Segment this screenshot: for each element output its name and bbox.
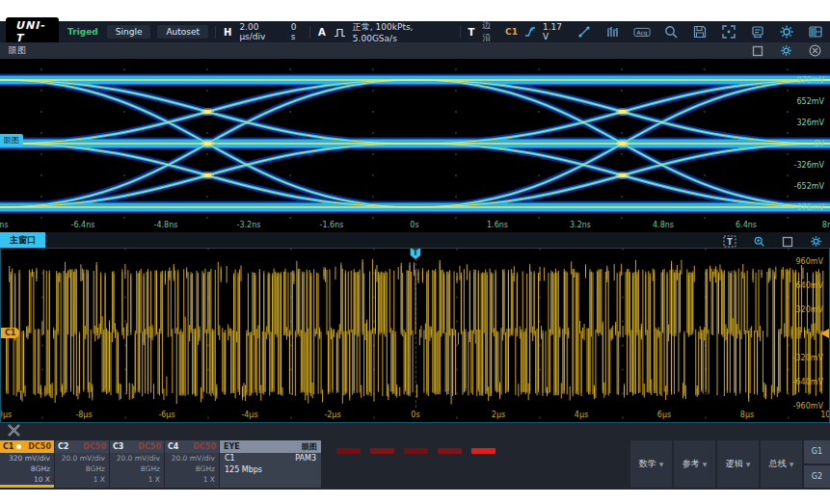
trigger-level-marker[interactable] <box>820 329 829 338</box>
channel-scale: 20.0 mV/div <box>110 453 164 464</box>
horizontal-position[interactable]: 0 s <box>291 22 303 41</box>
histogram-icon[interactable] <box>604 23 622 40</box>
activity-indicator-dash <box>404 448 428 454</box>
channel-on-dot <box>16 444 21 449</box>
channel-card-c2[interactable]: C2DC50 20.0 mV/div 8GHz 1 X <box>55 440 109 488</box>
y-axis-tick-label: 326mV <box>796 119 824 127</box>
channel-coupling: DC50 <box>28 442 51 451</box>
channel-card-c4[interactable]: C4DC50 20.0 mV/div 8GHz 1 X <box>165 440 219 488</box>
timebase-value[interactable]: 2.00 μs/div <box>239 22 283 41</box>
single-button[interactable]: Single <box>107 25 151 39</box>
bus-menu-button[interactable]: 总线▼ <box>761 440 802 488</box>
math-menu-button[interactable]: 数学▼ <box>630 440 672 488</box>
x-axis-tick-label: 4μs <box>575 411 588 419</box>
trigger-source[interactable]: C1 <box>505 27 518 37</box>
y-axis-tick-label: 978mV <box>796 76 824 85</box>
x-axis-tick-label: 6μs <box>657 411 671 419</box>
autoset-button[interactable]: Autoset <box>157 25 208 39</box>
trigger-slope-icon[interactable] <box>524 26 536 38</box>
zoom-in-icon[interactable] <box>753 235 765 248</box>
trigger-level[interactable]: 1.17 V <box>543 22 569 41</box>
x-axis-tick-label: 8ns <box>822 221 830 229</box>
search-icon[interactable] <box>662 23 680 40</box>
y-axis-tick-label: -640mV <box>793 378 823 386</box>
main-waveform-plot[interactable]: T C1 -10μs-8μs-6μs-4μs-2μs0s2μs4μs6μs8μs… <box>0 249 830 423</box>
y-axis-tick-label: -978mV <box>794 203 824 212</box>
x-axis-tick-label: 8μs <box>740 411 754 419</box>
acq-icon[interactable]: Acq <box>633 23 651 40</box>
trigger-position-line <box>415 258 416 408</box>
main-window-tabbar: 主窗口 T <box>0 232 830 249</box>
bottom-bar: C1DC50 320 mV/div 8GHz 10 X C2DC50 20.0 … <box>0 423 830 490</box>
eye-plot[interactable]: 眼图 -8ns-6.4ns-4.8ns-3.2ns-1.6ns0s1.6ns3.… <box>0 59 830 232</box>
y-axis-tick-label: 652mV <box>796 97 824 106</box>
channel-offset-marker[interactable]: C1 <box>1 328 19 338</box>
x-axis-tick-label: -10μs <box>0 411 12 419</box>
close-icon[interactable] <box>809 44 821 57</box>
acquire-badge: A <box>317 27 327 38</box>
eye-trace-tag[interactable]: 眼图 <box>0 134 23 146</box>
logic-menu-button[interactable]: 逻辑▼ <box>717 440 759 488</box>
x-axis-tick-label: -4.8ns <box>154 221 178 229</box>
x-axis-tick-label: 0s <box>410 221 418 229</box>
maximize-icon[interactable] <box>752 45 763 57</box>
x-axis-tick-label: 4.8ns <box>653 221 674 229</box>
x-axis-tick-label: 6.4ns <box>736 221 757 229</box>
main-window-controls: T <box>723 235 822 248</box>
x-axis-tick-label: -4μs <box>241 411 257 419</box>
divider <box>460 26 461 39</box>
settings-gear-icon[interactable] <box>810 235 822 248</box>
g1-button[interactable]: G1 <box>804 440 830 464</box>
oscilloscope-app: UNI-T Triged Single Autoset H 2.00 μs/di… <box>0 21 830 490</box>
y-axis-tick-label: -960mV <box>793 402 823 411</box>
cursor-icon[interactable] <box>576 23 593 40</box>
channel-bandwidth: 8GHz <box>165 464 219 474</box>
eye-card-title: EYE <box>224 442 240 451</box>
trigger-position-icon[interactable]: T <box>723 235 736 248</box>
x-axis-tick-label: -2μs <box>324 411 340 419</box>
activity-indicator-dash <box>438 448 462 454</box>
channel-probe: 1 X <box>55 474 109 485</box>
x-axis-tick-label: -1.6ns <box>320 221 344 229</box>
eye-window-controls <box>752 44 821 57</box>
trigger-badge: T <box>468 27 476 38</box>
active-channel-underline <box>0 485 54 488</box>
activity-indicator-dash <box>370 448 394 454</box>
reference-menu-button[interactable]: 参考▼ <box>674 440 715 488</box>
eye-card-subtitle: 眼图 <box>302 441 317 452</box>
fullscreen-icon[interactable] <box>720 23 737 40</box>
x-axis-tick-label: 3.2ns <box>570 221 591 229</box>
channel-name: C3 <box>113 442 123 451</box>
toolbar-icon-group: Acq <box>576 23 824 40</box>
tab-main-window[interactable]: 主窗口 <box>0 232 45 248</box>
g2-button[interactable]: G2 <box>804 465 830 489</box>
channel-bandwidth: 8GHz <box>55 464 109 474</box>
channel-coupling: DC50 <box>83 442 106 451</box>
divider <box>309 26 310 39</box>
settings-gear-icon[interactable] <box>778 23 795 40</box>
trigger-status: Triged <box>66 27 100 37</box>
maximize-icon[interactable] <box>782 236 793 248</box>
settings-gear-icon[interactable] <box>780 44 792 57</box>
channel-card-c3[interactable]: C3DC50 20.0 mV/div 8GHz 1 X <box>110 440 164 488</box>
y-axis-tick-label: 0V <box>814 140 824 148</box>
y-axis-tick-label: 960mV <box>795 257 823 266</box>
top-toolbar: UNI-T Triged Single Autoset H 2.00 μs/di… <box>0 21 830 42</box>
horizontal-badge: H <box>223 27 232 38</box>
collapse-windows-icon[interactable] <box>7 423 22 438</box>
channel-scale: 20.0 mV/div <box>55 453 109 464</box>
x-axis-tick-label: -6μs <box>158 411 174 419</box>
trigger-mode[interactable]: 边沿 <box>482 19 498 44</box>
x-axis-tick-label: -6.4ns <box>71 221 95 229</box>
save-icon[interactable] <box>691 23 709 40</box>
eye-card[interactable]: EYE眼图 C1PAM3 125 Mbps <box>220 440 321 488</box>
device-icon[interactable] <box>749 23 766 40</box>
acquisition-info[interactable]: 正常, 100kPts, 5.00GSa/s <box>353 21 453 43</box>
channel-card-c1[interactable]: C1DC50 320 mV/div 8GHz 10 X <box>0 440 54 488</box>
eye-window-title: 眼图 <box>9 44 26 57</box>
x-axis-tick-label: 0s <box>411 411 419 419</box>
svg-text:Acq: Acq <box>637 30 648 37</box>
window-layout-icon[interactable] <box>807 23 824 40</box>
channel-scale: 20.0 mV/div <box>165 453 219 464</box>
x-axis-tick-label: -8ns <box>0 221 9 229</box>
